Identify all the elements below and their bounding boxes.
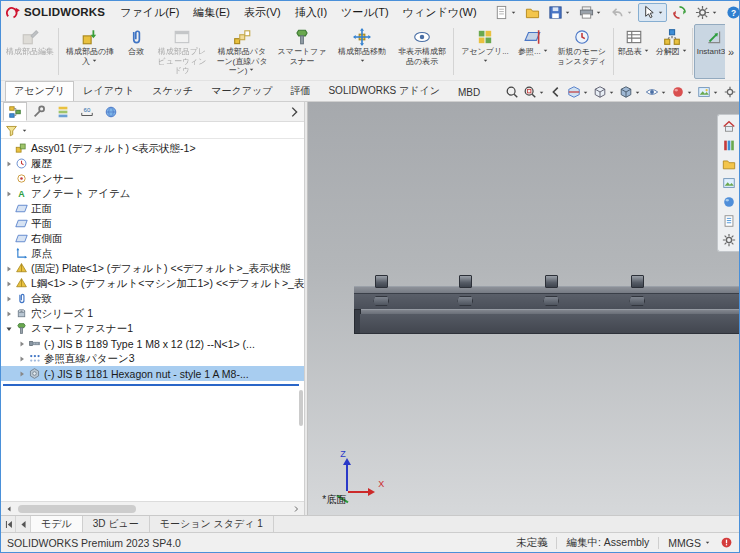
hex-nut[interactable] [629,296,645,306]
graphics-area[interactable]: Z X *底面 [308,102,739,515]
assembly-model[interactable] [354,274,739,338]
command-tab[interactable]: マークアップ [202,81,281,101]
document-tab[interactable]: 3D ビュー [83,516,150,532]
tree-item[interactable]: (-) JIS B 1181 Hexagon nut - style 1 A M… [1,366,304,381]
command-tab[interactable]: スケッチ [143,81,202,101]
ribbon-overflow-button[interactable]: » [725,46,737,58]
menu-item[interactable]: ファイル(F) [113,3,186,22]
zoom-fit-button[interactable] [503,85,521,99]
bolt-head[interactable] [459,275,472,288]
command-tab[interactable]: MBD [449,84,489,101]
move-component-button[interactable]: 構成部品移動 [332,24,392,79]
options-button[interactable] [692,3,721,22]
new-document-button[interactable] [491,3,520,22]
tree-item[interactable]: 正面 [1,201,304,216]
tree-item[interactable]: 原点 [1,246,304,261]
home-button[interactable] [719,117,739,135]
settings-button[interactable] [719,231,739,249]
display-style-button[interactable] [617,85,643,99]
instant3d-button[interactable]: Instant3D [694,24,725,79]
previous-view-button[interactable] [547,85,565,99]
configuration-manager-tab[interactable] [51,102,75,121]
edit-appearance-button[interactable] [669,85,695,99]
tree-item[interactable]: 穴シリーズ 1 [1,306,304,321]
apply-scene-button[interactable] [695,85,721,99]
expander-icon[interactable] [3,190,14,198]
expander-icon[interactable] [3,280,14,288]
expander-icon[interactable] [3,265,14,273]
rollback-bar[interactable] [3,384,299,386]
tree-item[interactable]: Aアノテート アイテム [1,186,304,201]
undo-button[interactable] [607,3,636,22]
doc-tab-nav-first[interactable] [1,516,16,532]
reference-geometry-button[interactable]: 参照... [515,24,552,79]
display-manager-tab[interactable] [99,102,123,121]
linear-pattern-button[interactable]: 構成部品パターン(直線パターン) [212,24,272,79]
scroll-thumb[interactable] [18,505,136,513]
section-view-button[interactable] [565,85,591,99]
bolt-head[interactable] [375,275,388,288]
tree-item[interactable]: 参照直線パターン3 [1,351,304,366]
view-settings-button[interactable] [721,85,740,99]
mate-button[interactable]: 合致 [120,24,152,79]
expander-icon[interactable] [3,325,14,333]
menu-item[interactable]: 編集(E) [186,3,237,22]
rebuild-button[interactable] [669,3,690,22]
bolt-head[interactable] [631,275,644,288]
angle-front-face[interactable] [360,314,739,334]
command-tab[interactable]: 評価 [281,81,319,101]
doc-tab-nav-prev[interactable] [16,516,31,532]
design-library-button[interactable] [719,136,739,154]
panel-horizontal-scrollbar[interactable] [1,501,304,515]
menu-item[interactable]: 表示(V) [237,3,288,22]
appearances-button[interactable] [719,193,739,211]
document-tab[interactable]: モーション スタディ 1 [150,516,274,532]
menu-item[interactable]: 挿入(I) [288,3,334,22]
units-selector[interactable]: MMGS [668,537,711,549]
insert-component-button[interactable]: 構成部品の挿入 [60,24,120,79]
open-button[interactable] [522,3,543,22]
tree-item[interactable]: スマートファスナー1 [1,321,304,336]
hex-nut[interactable] [543,296,559,306]
filter-bar[interactable] [1,122,304,139]
save-button[interactable] [545,3,574,22]
dimxpert-manager-tab[interactable]: 60 [75,102,99,121]
tree-item[interactable]: L鋼<1> -> (デフォルト<マシン加工1>) <<デフォルト>_表 [1,276,304,291]
select-arrow-button[interactable] [638,3,667,22]
property-manager-tab[interactable] [27,102,51,121]
command-tab[interactable]: レイアウト [74,81,143,101]
tree-item[interactable]: 平面 [1,216,304,231]
feature-manager-tab[interactable] [3,102,27,121]
view-palette-button[interactable] [719,174,739,192]
bom-button[interactable]: 部品表 [615,24,653,79]
print-button[interactable] [576,3,605,22]
notification-icon[interactable] [720,536,733,549]
command-tab[interactable]: アセンブリ [5,81,74,101]
tree-scrollbar[interactable] [299,390,303,426]
custom-properties-button[interactable] [719,212,739,230]
scroll-left-button[interactable] [2,503,16,515]
motion-study-button[interactable]: 新規のモーションスタディ [552,24,612,79]
smart-fastener-button[interactable]: スマートファスナー [272,24,332,79]
tree-item[interactable]: 履歴 [1,156,304,171]
hex-nut[interactable] [373,296,389,306]
exploded-view-button[interactable]: 分解図 [653,24,691,79]
expander-icon[interactable] [16,340,27,348]
menu-item[interactable]: ツール(T) [334,3,396,22]
expander-icon[interactable] [3,160,14,168]
assembly-features-button[interactable]: アセンブリ... [455,24,515,79]
expander-icon[interactable] [3,310,14,318]
bolt-head[interactable] [545,275,558,288]
hex-nut[interactable] [457,296,473,306]
help-button[interactable]: ? [723,3,740,22]
file-explorer-button[interactable] [719,155,739,173]
menu-item[interactable]: ウィンドウ(W) [396,3,484,22]
tree-item[interactable]: (-) JIS B 1189 Type 1 M8 x 12 (12) --N<1… [1,336,304,351]
view-orientation-button[interactable] [591,85,617,99]
expander-icon[interactable] [16,355,27,363]
tree-item[interactable]: Assy01 (デフォルト) <表示状態-1> [1,141,304,156]
command-tab[interactable]: SOLIDWORKS アドイン [319,81,449,101]
tree-item[interactable]: 合致 [1,291,304,306]
zoom-area-button[interactable] [521,85,547,99]
tree-item[interactable]: (固定) Plate<1> (デフォルト) <<デフォルト>_表示状態 [1,261,304,276]
